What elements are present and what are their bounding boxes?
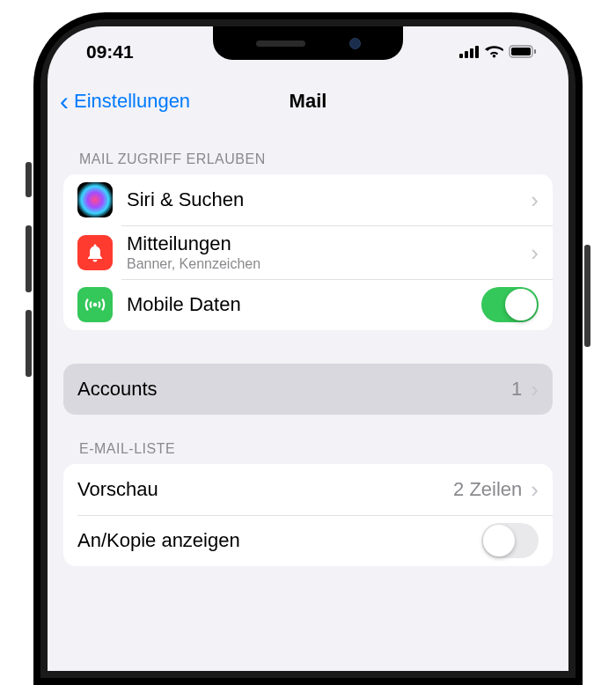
- cellular-toggle[interactable]: [481, 287, 539, 322]
- chevron-right-icon: ›: [531, 241, 539, 264]
- notch: [213, 26, 403, 60]
- mute-switch: [26, 162, 32, 197]
- svg-rect-5: [511, 48, 531, 55]
- row-sublabel: Banner, Kennzeichen: [127, 256, 531, 272]
- row-label: Vorschau: [77, 478, 453, 501]
- back-button[interactable]: ‹ Einstellungen: [60, 88, 190, 114]
- svg-rect-2: [470, 48, 473, 58]
- row-label: Mobile Daten: [127, 293, 481, 316]
- group-accounts: Accounts 1 ›: [63, 364, 553, 415]
- status-time: 09:41: [86, 41, 134, 63]
- siri-icon: [77, 182, 113, 217]
- volume-up-button: [26, 225, 32, 292]
- cellular-data-icon: [77, 287, 113, 322]
- chevron-left-icon: ‹: [60, 88, 69, 114]
- row-label: An/Kopie anzeigen: [77, 529, 481, 552]
- group-maillist: Vorschau 2 Zeilen › An/Kopie anzeigen: [63, 464, 553, 566]
- battery-icon: [509, 41, 537, 63]
- notifications-icon: [77, 235, 113, 270]
- wifi-icon: [485, 41, 503, 63]
- row-value: 1: [511, 378, 522, 401]
- cellular-signal-icon: [459, 41, 480, 63]
- show-cc-toggle[interactable]: [481, 523, 539, 558]
- svg-rect-1: [465, 51, 468, 58]
- group-access: Siri & Suchen › Mitteilungen Banner, Ken…: [63, 174, 553, 330]
- row-preview[interactable]: Vorschau 2 Zeilen ›: [63, 464, 553, 515]
- svg-rect-3: [475, 46, 479, 58]
- row-show-cc: An/Kopie anzeigen: [63, 515, 553, 566]
- row-siri-search[interactable]: Siri & Suchen ›: [63, 174, 553, 225]
- svg-rect-6: [534, 49, 536, 54]
- row-label: Accounts: [77, 378, 511, 401]
- chevron-right-icon: ›: [531, 478, 539, 501]
- back-label: Einstellungen: [74, 90, 190, 113]
- section-header-access: MAIL ZUGRIFF ERLAUBEN: [79, 151, 553, 167]
- page-title: Mail: [290, 90, 327, 113]
- section-header-maillist: E-MAIL-LISTE: [79, 441, 553, 457]
- svg-rect-0: [459, 54, 463, 58]
- chevron-right-icon: ›: [531, 188, 539, 211]
- phone-frame: 09:41 ‹ Einstellungen: [33, 12, 583, 685]
- volume-down-button: [26, 310, 32, 377]
- row-accounts[interactable]: Accounts 1 ›: [63, 364, 553, 415]
- power-button: [584, 245, 590, 347]
- row-label: Siri & Suchen: [127, 188, 531, 211]
- row-value: 2 Zeilen: [453, 478, 522, 501]
- screen: 09:41 ‹ Einstellungen: [48, 26, 568, 671]
- nav-bar: ‹ Einstellungen Mail: [48, 77, 568, 125]
- row-cellular-data: Mobile Daten: [63, 279, 553, 330]
- row-label: Mitteilungen: [127, 232, 531, 255]
- row-notifications[interactable]: Mitteilungen Banner, Kennzeichen ›: [63, 225, 553, 279]
- chevron-right-icon: ›: [531, 378, 539, 401]
